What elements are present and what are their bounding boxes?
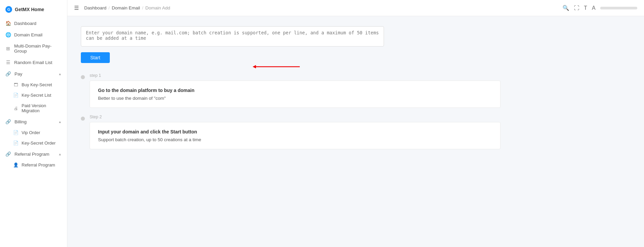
vip-icon: 📄 <box>13 130 18 135</box>
globe-icon: 🌐 <box>5 32 11 37</box>
sidebar: G GetMX Home 🏠 Dashboard 🌐 Domain Email … <box>0 0 67 247</box>
main-content: ☰ Dashboard / Domain Email / Domain Add … <box>67 0 644 247</box>
step-2-content: Step 2 Input your domain and click the S… <box>90 115 501 149</box>
sidebar-item-label: Random Email List <box>14 60 52 65</box>
sidebar-logo[interactable]: G GetMX Home <box>0 3 67 18</box>
sidebar-item-multi-domain[interactable]: ⊞ Multi-Domain Pay-Group <box>0 40 67 57</box>
sidebar-item-domain-email[interactable]: 🌐 Domain Email <box>0 29 67 40</box>
billing-section-label: Billing <box>14 119 27 124</box>
domain-input-area: Start <box>81 26 631 63</box>
sidebar-sub-label: Buy Key-Secret <box>22 82 52 87</box>
billing-icon: 🔗 <box>5 119 11 124</box>
chevron-up-icon-referral: ▲ <box>58 152 62 156</box>
sidebar-item-vip-order[interactable]: 📄 Vip Order <box>0 127 67 138</box>
sidebar-sub-label: Paid Version Migration <box>22 103 62 113</box>
chevron-up-icon-billing: ▲ <box>58 120 62 124</box>
step-2-dot <box>81 117 85 121</box>
sidebar-item-referral-program[interactable]: 👤 Referral Program <box>0 160 67 170</box>
step-1-heading: Go to the domain platform to buy a domai… <box>98 88 492 93</box>
domain-textarea[interactable] <box>81 26 384 47</box>
logo-icon: G <box>5 6 12 13</box>
sidebar-sub-label: Referral Program <box>22 162 55 167</box>
sidebar-item-label: Dashboard <box>14 21 36 26</box>
step-1-content: step 1 Go to the domain platform to buy … <box>90 73 501 108</box>
sidebar-item-key-secret-order[interactable]: 📄 Key-Secret Order <box>0 138 67 148</box>
user-icon: 👤 <box>13 163 18 167</box>
sidebar-item-dashboard[interactable]: 🏠 Dashboard <box>0 18 67 29</box>
step-1-label: step 1 <box>90 73 501 78</box>
sidebar-sub-label: Key-Secret List <box>22 93 51 98</box>
search-icon[interactable]: 🔍 <box>562 5 569 11</box>
hamburger-icon[interactable]: ☰ <box>74 5 79 11</box>
grid-icon: ⊞ <box>5 46 11 51</box>
sidebar-item-random-email[interactable]: ☰ Random Email List <box>0 57 67 68</box>
migrate-icon: 🖨 <box>13 106 18 111</box>
sidebar-item-paid-migration[interactable]: 🖨 Paid Version Migration <box>0 100 67 116</box>
sidebar-sub-label: Vip Order <box>22 130 40 135</box>
referral-icon: 🔗 <box>5 151 11 157</box>
sidebar-sub-label: Key-Secret Order <box>22 141 56 146</box>
doc-icon: 📄 <box>13 93 18 98</box>
list-icon: ☰ <box>5 60 11 65</box>
breadcrumb-domain-email[interactable]: Domain Email <box>112 5 140 10</box>
step-2-label: Step 2 <box>90 115 501 119</box>
sidebar-referral-section[interactable]: 🔗 Referral Program ▲ <box>0 148 67 160</box>
breadcrumb-sep-1: / <box>108 5 110 10</box>
home-icon: 🏠 <box>5 21 11 26</box>
referral-section-label: Referral Program <box>14 152 50 157</box>
breadcrumb-dashboard[interactable]: Dashboard <box>84 5 106 10</box>
sidebar-item-label: Multi-Domain Pay-Group <box>14 43 62 54</box>
start-button[interactable]: Start <box>81 52 110 63</box>
step-1-dot <box>81 75 85 79</box>
chevron-up-icon: ▲ <box>58 72 62 76</box>
start-btn-row: Start <box>81 52 631 63</box>
step-1-card: Go to the domain platform to buy a domai… <box>90 81 501 108</box>
breadcrumb-domain-add: Domain Add <box>146 5 170 10</box>
step-1-row: step 1 Go to the domain platform to buy … <box>81 73 631 108</box>
step-2-row: Step 2 Input your domain and click the S… <box>81 115 631 149</box>
sidebar-item-label: Domain Email <box>14 32 42 37</box>
accessibility-icon[interactable]: A <box>592 5 595 11</box>
step-2-description: Support batch creation, up to 50 creatio… <box>98 137 492 142</box>
user-info-bar <box>600 7 637 9</box>
font-icon[interactable]: T <box>584 5 587 11</box>
fullscreen-icon[interactable]: ⛶ <box>574 5 579 11</box>
pay-section-label: Pay <box>14 71 22 76</box>
breadcrumb: Dashboard / Domain Email / Domain Add <box>84 5 170 10</box>
step-2-heading: Input your domain and click the Start bu… <box>98 129 492 134</box>
sidebar-item-key-secret-list[interactable]: 📄 Key-Secret List <box>0 90 67 100</box>
sidebar-item-buy-key-secret[interactable]: 🗔 Buy Key-Secret <box>0 80 67 90</box>
step-2-card: Input your domain and click the Start bu… <box>90 122 501 149</box>
sidebar-billing-section[interactable]: 🔗 Billing ▲ <box>0 116 67 127</box>
steps-container: step 1 Go to the domain platform to buy … <box>81 73 631 156</box>
order-icon: 📄 <box>13 141 18 146</box>
sidebar-logo-label: GetMX Home <box>15 7 44 12</box>
svg-marker-3 <box>253 65 256 68</box>
sidebar-pay-section[interactable]: 🔗 Pay ▲ <box>0 68 67 80</box>
header: ☰ Dashboard / Domain Email / Domain Add … <box>67 0 644 16</box>
step-1-description: Better to use the domain of "com" <box>98 96 492 101</box>
content-area: Start step 1 Go to the domain platform t… <box>67 16 644 247</box>
pay-icon: 🔗 <box>5 71 11 76</box>
breadcrumb-sep-2: / <box>142 5 143 10</box>
key-icon: 🗔 <box>13 83 18 87</box>
